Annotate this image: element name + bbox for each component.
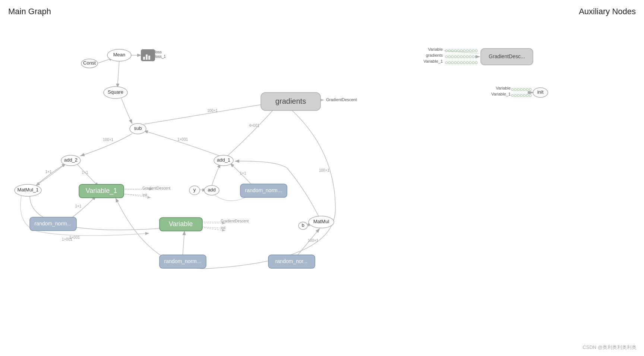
svg-point-45 — [457, 56, 460, 58]
svg-point-53 — [448, 62, 451, 64]
add-label: add — [208, 187, 216, 193]
svg-point-55 — [454, 62, 457, 64]
svg-point-68 — [523, 88, 525, 91]
loss-node — [141, 49, 155, 61]
svg-text:1×1: 1×1 — [75, 204, 82, 208]
svg-point-36 — [463, 50, 465, 52]
svg-line-29 — [444, 51, 479, 53]
aux-gradientdesc-label: GradientDesc... — [489, 53, 525, 59]
sub-label: sub — [134, 125, 142, 131]
svg-text:init: init — [221, 226, 225, 230]
svg-point-76 — [526, 94, 528, 97]
svg-point-35 — [460, 50, 463, 52]
svg-point-58 — [463, 62, 465, 64]
svg-point-33 — [454, 50, 457, 52]
svg-point-32 — [451, 50, 454, 52]
svg-point-70 — [529, 88, 531, 91]
matmul-label: MatMul — [313, 219, 329, 224]
svg-point-56 — [457, 62, 460, 64]
variable-label: Variable — [169, 220, 193, 228]
svg-point-60 — [469, 62, 471, 64]
svg-point-38 — [469, 50, 471, 52]
aux-variable1-dots — [445, 62, 477, 64]
svg-point-65 — [514, 88, 517, 91]
svg-point-77 — [529, 94, 531, 97]
svg-point-64 — [511, 88, 514, 91]
gradients-label: gradients — [275, 97, 306, 105]
svg-point-51 — [475, 56, 477, 58]
variable1-label: Variable_1 — [86, 187, 117, 195]
svg-point-52 — [445, 62, 448, 64]
svg-text:GradientDescent: GradientDescent — [142, 186, 170, 190]
svg-point-40 — [475, 50, 477, 52]
svg-point-46 — [460, 56, 463, 58]
aux-variable1-label2: Variable_1 — [491, 92, 511, 96]
svg-point-66 — [517, 88, 520, 91]
svg-rect-16 — [143, 57, 145, 60]
aux-variable-label: Variable — [428, 47, 443, 51]
svg-point-73 — [517, 94, 520, 97]
svg-text:1×001: 1×001 — [177, 137, 188, 141]
svg-point-61 — [472, 62, 474, 64]
svg-point-74 — [520, 94, 523, 97]
svg-point-57 — [460, 62, 463, 64]
svg-text:100×1: 100×1 — [103, 138, 114, 142]
svg-text:init: init — [142, 193, 147, 197]
y-label: y — [193, 187, 196, 193]
svg-point-54 — [451, 62, 454, 64]
svg-text:loss: loss — [155, 50, 162, 54]
svg-point-75 — [523, 94, 525, 97]
svg-text:1×1: 1×1 — [82, 171, 88, 175]
matmul1-label: MatMul_1 — [17, 187, 38, 193]
svg-text:GradientDescent: GradientDescent — [326, 97, 357, 102]
svg-point-34 — [457, 50, 460, 52]
aux-variable-label2: Variable — [496, 86, 511, 90]
svg-point-62 — [475, 62, 477, 64]
random-nor4-label: random_nor... — [275, 258, 307, 264]
svg-point-48 — [466, 56, 468, 58]
svg-point-67 — [520, 88, 523, 91]
aux-variable-dots — [445, 50, 477, 52]
mean-label: Mean — [113, 52, 126, 57]
graph-canvas: 100×1 100×1 1×1 1×1 1×001 4×001 1×1 1×1 … — [0, 0, 644, 356]
random-norm1-label: random_norm... — [35, 221, 72, 227]
svg-text:1×001: 1×001 — [62, 237, 73, 241]
svg-point-59 — [466, 62, 468, 64]
svg-point-49 — [469, 56, 471, 58]
square-label: Square — [108, 89, 123, 95]
add2-label: add_2 — [64, 157, 78, 163]
svg-point-42 — [448, 56, 451, 58]
svg-point-50 — [472, 56, 474, 58]
aux-variable1-label: Variable_1 — [423, 59, 443, 63]
aux-init-variable1-dots — [511, 94, 531, 97]
svg-point-44 — [454, 56, 457, 58]
svg-point-71 — [511, 94, 514, 97]
svg-text:4×001: 4×001 — [249, 124, 260, 128]
random-norm2-label: random_norm... — [164, 258, 201, 264]
svg-text:1×1: 1×1 — [45, 170, 52, 174]
svg-point-39 — [472, 50, 474, 52]
random-norm3-label: random_norm... — [245, 187, 282, 193]
add1-label: add_1 — [217, 157, 230, 163]
b-label: b — [302, 222, 304, 228]
svg-point-43 — [451, 56, 454, 58]
svg-text:1×1: 1×1 — [240, 171, 246, 175]
svg-point-72 — [514, 94, 517, 97]
svg-text:GradientDescent: GradientDescent — [221, 219, 249, 223]
svg-text:loss_1: loss_1 — [155, 54, 166, 59]
svg-point-69 — [526, 88, 528, 91]
svg-point-47 — [463, 56, 465, 58]
svg-text:100×1: 100×1 — [207, 109, 218, 113]
svg-rect-18 — [148, 56, 150, 60]
svg-point-37 — [466, 50, 468, 52]
svg-text:100×1: 100×1 — [319, 168, 330, 172]
aux-gradients-dots — [445, 56, 477, 58]
aux-gradients-label: gradients — [426, 53, 443, 57]
svg-point-41 — [445, 56, 448, 58]
aux-init-variable-dots — [511, 88, 531, 91]
aux-init-label: init — [537, 89, 544, 95]
svg-rect-17 — [146, 54, 148, 60]
svg-point-31 — [448, 50, 451, 52]
const-label: Const — [83, 60, 96, 66]
